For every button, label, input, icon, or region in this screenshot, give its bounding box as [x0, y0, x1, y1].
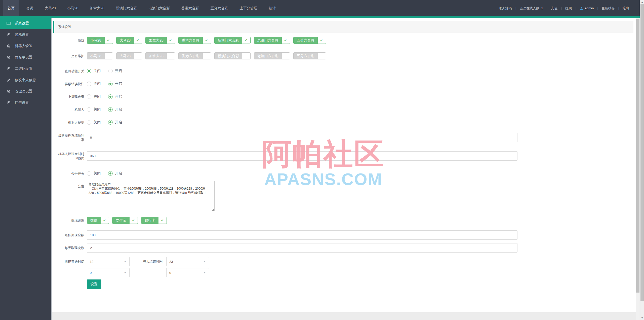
nav-item-members[interactable]: 会员 [22, 0, 37, 16]
window-scrollbar-thumb[interactable] [640, 4, 644, 301]
maintain-toggle-dama28[interactable]: 大马28✓ [116, 52, 142, 59]
query-return-on[interactable]: 开启 [108, 69, 122, 73]
channel-toggle-alipay[interactable]: 支付宝✓ [112, 217, 138, 224]
maintain-toggle-hongkong[interactable]: 香港六合彩✓ [178, 52, 211, 59]
check-icon: ✓ [101, 217, 109, 224]
robot-withdraw-off[interactable]: 关闭 [87, 120, 101, 125]
radio-icon [87, 120, 91, 125]
maintain-toggle-new-macau[interactable]: 新澳门六合彩✓ [214, 52, 251, 59]
robot-off[interactable]: 关闭 [87, 107, 101, 112]
refresh-cache-link[interactable]: 更新缓存 [598, 6, 618, 11]
game-toggle-hongkong[interactable]: 香港六合彩✓ [178, 37, 211, 44]
scroll-up-arrow-icon[interactable]: ▲ [640, 0, 644, 4]
check-icon: ✓ [318, 53, 326, 59]
withdraw-sound-off[interactable]: 关闭 [87, 94, 101, 99]
channels-label: 提现渠道 [58, 218, 84, 223]
start-hour-select[interactable]: 12 ▼ [87, 257, 130, 266]
check-icon: ✓ [130, 217, 138, 224]
nav-item-new-macau[interactable]: 新澳门六合彩 [112, 0, 141, 16]
game-toggle-xiaoma28[interactable]: 小马28✓ [87, 37, 113, 44]
end-hour-select[interactable]: 23 ▼ [166, 257, 209, 266]
game-toggle-canada28[interactable]: 加拿大28✓ [145, 37, 175, 44]
radio-icon [108, 94, 113, 99]
gear-icon [7, 44, 11, 48]
user-icon [580, 7, 583, 10]
radio-icon [108, 69, 113, 73]
min-withdraw-label: 最低提现金额 [58, 233, 84, 237]
sidebar-item-qrcode-settings[interactable]: 二维码设置 [0, 63, 51, 74]
nav-item-home[interactable]: 首页 [3, 0, 19, 16]
logout-link[interactable]: 退出 [619, 6, 633, 11]
content-bottom-strip [52, 312, 636, 320]
start-minute-select[interactable]: 0 ▼ [87, 268, 130, 277]
radio-icon [108, 171, 113, 176]
min-withdraw-input[interactable] [87, 230, 517, 240]
daily-times-input[interactable] [87, 243, 517, 253]
content-scrollbar[interactable] [636, 18, 640, 320]
maintain-toggle-xiaoma28[interactable]: 小马28✓ [87, 52, 113, 59]
robot-withdraw-time-input[interactable] [87, 151, 517, 161]
robot-on[interactable]: 开启 [108, 107, 122, 112]
profit-rate-label: 极速摩托系统盈利率 [58, 133, 84, 142]
top-right-links: 永久活码 | 会员在线人数: 1 | 充值 | 提现 | admin | 更新缓… [495, 0, 633, 16]
notice-switch-on[interactable]: 开启 [108, 171, 122, 176]
block-wrong-bet-label: 屏蔽错误投注 [58, 82, 84, 86]
radio-icon [108, 120, 113, 125]
nav-item-dama28[interactable]: 大马28 [41, 0, 60, 16]
robot-withdraw-on[interactable]: 开启 [108, 120, 122, 125]
nav-item-xiaoma28[interactable]: 小马28 [63, 0, 83, 16]
notice-switch-off[interactable]: 关闭 [87, 171, 101, 176]
radio-icon [108, 82, 113, 86]
sidebar-item-robot-settings[interactable]: 机器人设置 [0, 40, 51, 52]
permanent-link[interactable]: 永久活码 [495, 6, 515, 11]
recharge-link[interactable]: 充值 [547, 6, 561, 11]
check-icon: ✓ [134, 37, 142, 44]
nav-item-wufen[interactable]: 五分六合彩 [206, 0, 232, 16]
channel-toggle-bankcard[interactable]: 银行卡✓ [141, 217, 167, 224]
sidebar-item-whitelist-settings[interactable]: 白名单设置 [0, 52, 51, 63]
game-toggle-new-macau[interactable]: 新澳门六合彩✓ [214, 37, 251, 44]
game-toggle-old-macau[interactable]: 老澳门六合彩✓ [254, 37, 290, 44]
chevron-down-icon: ▼ [124, 260, 127, 263]
notice-textarea[interactable]: 尊敬的会员用户： 新用户首充赠送彩金：首冲100送58，200送88，500送1… [87, 181, 215, 211]
withdraw-sound-on[interactable]: 开启 [108, 94, 122, 99]
chevron-down-icon: ▼ [203, 260, 206, 263]
radio-icon [87, 69, 91, 73]
maintain-toggle-old-macau[interactable]: 老澳门六合彩✓ [254, 52, 290, 59]
admin-user-menu[interactable]: admin [576, 6, 597, 10]
nav-item-stats[interactable]: 统计 [265, 0, 280, 16]
sidebar-item-ad-settings[interactable]: 广告设置 [0, 97, 51, 108]
check-icon: ✓ [282, 53, 290, 59]
radio-icon [87, 94, 91, 99]
save-settings-button[interactable]: 设置 [87, 279, 101, 289]
window-scrollbar[interactable]: ▲ ▼ [640, 0, 644, 320]
sidebar-item-edit-profile[interactable]: 修改个人信息 [0, 74, 51, 86]
check-icon: ✓ [318, 37, 326, 44]
nav-item-canada28[interactable]: 加拿大28 [86, 0, 109, 16]
withdraw-link[interactable]: 提现 [562, 6, 575, 11]
window-icon [7, 21, 11, 25]
block-wrong-bet-on[interactable]: 开启 [108, 82, 122, 86]
query-return-off[interactable]: 关闭 [87, 69, 101, 73]
sidebar-item-game-settings[interactable]: 游戏设置 [0, 29, 51, 40]
check-icon: ✓ [167, 37, 175, 44]
scroll-down-arrow-icon[interactable]: ▼ [640, 316, 644, 320]
check-icon: ✓ [105, 53, 113, 59]
robot-withdraw-label: 机器人提现 [58, 120, 84, 125]
profit-rate-input[interactable] [87, 133, 517, 142]
gear-icon [7, 89, 11, 93]
maintain-toggle-canada28[interactable]: 加拿大28✓ [145, 52, 175, 59]
end-minute-select[interactable]: 0 ▼ [166, 268, 209, 277]
nav-item-hongkong[interactable]: 香港六合彩 [177, 0, 203, 16]
gear-icon [7, 67, 11, 71]
sidebar-item-system-settings[interactable]: 系统设置 [0, 18, 51, 29]
game-toggle-dama28[interactable]: 大马28✓ [116, 37, 142, 44]
game-toggle-wufen[interactable]: 五分六合彩✓ [293, 37, 326, 44]
channel-toggle-wechat[interactable]: 微信✓ [87, 217, 109, 224]
content-scrollbar-thumb[interactable] [636, 19, 639, 293]
maintain-toggle-wufen[interactable]: 五分六合彩✓ [293, 52, 326, 59]
sidebar-item-admin-settings[interactable]: 管理员设置 [0, 86, 51, 97]
block-wrong-bet-off[interactable]: 关闭 [87, 82, 101, 86]
nav-item-old-macau[interactable]: 老澳门六合彩 [144, 0, 174, 16]
nav-item-score-manage[interactable]: 上下分管理 [235, 0, 262, 16]
